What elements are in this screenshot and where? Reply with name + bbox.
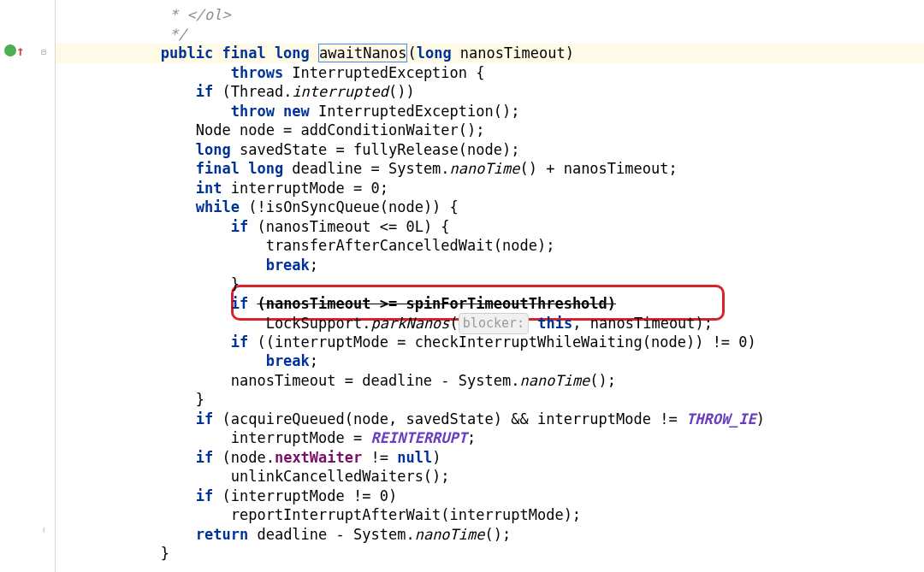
kw: throws — [231, 64, 293, 81]
code-line[interactable]: if (nanosTimeout <= 0L) { — [56, 217, 924, 237]
const: REINTERRUPT — [370, 429, 467, 446]
fold-minus-icon[interactable]: ⊟ — [41, 43, 46, 62]
code-line[interactable]: */ — [56, 25, 924, 44]
code-line[interactable]: Node node = addConditionWaiter(); — [56, 121, 924, 140]
code-line[interactable]: interruptMode = REINTERRUPT; — [56, 428, 924, 448]
code-line[interactable]: if (interruptMode != 0) — [56, 486, 924, 506]
code-line[interactable]: reportInterruptAfterWait(interruptMode); — [56, 505, 924, 525]
txt: ; — [310, 352, 318, 369]
kw: this — [537, 315, 572, 332]
txt: deadline - System. — [257, 526, 414, 543]
txt: } — [161, 545, 169, 562]
txt: ) — [756, 410, 765, 428]
txt: interruptMode = — [231, 429, 371, 446]
code-area[interactable]: * </ol> */ public final long awaitNanos(… — [56, 0, 924, 572]
code-line[interactable]: if (acquireQueued(node, savedState) && i… — [56, 410, 924, 429]
txt: } — [231, 275, 240, 292]
code-line[interactable]: if (node.nextWaiter != null) — [56, 448, 924, 468]
txt-ital: nanoTime — [450, 160, 520, 177]
kw: while — [196, 198, 248, 215]
code-line[interactable]: nanosTimeout = deadline - System.nanoTim… — [56, 371, 924, 391]
code-line[interactable]: unlinkCancelledWaiters(); — [56, 467, 924, 486]
txt: ( — [450, 315, 459, 332]
txt: savedState = fullyRelease(node); — [240, 141, 520, 158]
txt: (); — [589, 372, 616, 389]
txt: ()) — [388, 83, 415, 100]
txt: LockSupport. — [266, 315, 371, 332]
parameter-hint: blocker: — [459, 313, 529, 334]
code-line[interactable]: break; — [56, 351, 924, 371]
code-line-current[interactable]: public final long awaitNanos(long nanosT… — [56, 44, 924, 63]
txt: (acquireQueued(node, savedState) && inte… — [222, 410, 685, 428]
kw: public final long — [161, 44, 318, 62]
txt-ital: nanoTime — [519, 372, 589, 389]
const: THROW_IE — [686, 410, 756, 428]
kw: break — [266, 257, 310, 274]
txt: (nanosTimeout <= 0L) { — [257, 218, 449, 235]
breakpoint-marker[interactable] — [4, 44, 16, 56]
txt-ital: nanoTime — [415, 526, 485, 543]
comment-text: */ — [161, 26, 187, 43]
code-editor[interactable]: ↑ ⊟ ╵ * </ol> */ public final long await… — [0, 0, 924, 572]
fold-end-icon[interactable]: ╵ — [41, 523, 46, 543]
kw: if — [231, 218, 258, 235]
kw: final long — [196, 160, 293, 177]
txt-ital: interrupted — [292, 83, 388, 100]
code-line[interactable]: throws InterruptedException { — [56, 63, 924, 83]
txt: (); — [485, 526, 512, 543]
code-line[interactable]: return deadline - System.nanoTime(); — [56, 525, 924, 545]
txt: interruptMode = 0; — [231, 180, 388, 197]
kw: if — [196, 487, 222, 504]
code-line[interactable]: if (Thread.interrupted()) — [56, 82, 924, 102]
txt-ital: parkNanos — [370, 315, 449, 332]
code-line[interactable]: } — [56, 390, 924, 410]
txt: , nanosTimeout); — [572, 315, 713, 332]
breakpoint-gutter[interactable]: ↑ — [0, 0, 21, 572]
kw: long — [196, 141, 240, 158]
code-line[interactable]: break; — [56, 256, 924, 275]
txt: ( — [407, 44, 416, 62]
kw: break — [266, 352, 310, 369]
comment-text: * </ol> — [161, 6, 231, 23]
txt: } — [196, 391, 204, 408]
txt: deadline = System. — [292, 160, 449, 177]
fold-gutter[interactable]: ⊟ ╵ — [21, 0, 56, 572]
method-name: awaitNanos — [319, 44, 406, 62]
kw: int — [196, 180, 231, 197]
code-line[interactable]: final long deadline = System.nanoTime() … — [56, 159, 924, 179]
code-line[interactable]: LockSupport.parkNanos(blocker: this, nan… — [56, 313, 924, 333]
code-line[interactable]: throw new InterruptedException(); — [56, 102, 924, 121]
txt: != — [362, 449, 397, 466]
kw: null — [397, 449, 432, 466]
txt: reportInterruptAfterWait(interruptMode); — [231, 506, 581, 523]
code-line[interactable]: if ((interruptMode = checkInterruptWhile… — [56, 333, 924, 352]
kw: if — [196, 410, 222, 428]
code-line[interactable]: } — [56, 544, 924, 563]
kw: if — [231, 333, 258, 351]
txt: nanosTimeout) — [460, 44, 574, 62]
code-line[interactable]: * </ol> — [56, 5, 924, 25]
txt: (Thread. — [222, 83, 292, 100]
kw: if — [196, 83, 222, 100]
txt: Node node = addConditionWaiter(); — [196, 121, 485, 139]
code-line[interactable]: if (nanosTimeout >= spinForTimeoutThresh… — [56, 294, 924, 314]
kw: long — [417, 44, 460, 62]
code-line[interactable]: long savedState = fullyRelease(node); — [56, 140, 924, 160]
code-line[interactable]: while (!isOnSyncQueue(node)) { — [56, 198, 924, 217]
kw: if — [231, 295, 258, 312]
code-line[interactable]: int interruptMode = 0; — [56, 179, 924, 198]
kw: return — [196, 526, 258, 543]
txt: transferAfterCancelledWait(node); — [266, 237, 555, 254]
code-line[interactable]: transferAfterCancelledWait(node); — [56, 236, 924, 256]
txt: (interruptMode != 0) — [222, 487, 397, 504]
txt: unlinkCancelledWaiters(); — [231, 468, 450, 485]
code-line[interactable]: } — [56, 274, 924, 294]
txt: (node. — [222, 449, 274, 466]
txt: ) — [432, 449, 441, 466]
txt: nanosTimeout = deadline - System. — [231, 372, 520, 389]
txt: () + nanosTimeout; — [519, 160, 677, 177]
txt: InterruptedException(); — [318, 103, 519, 120]
txt: ((interruptMode = checkInterruptWhileWai… — [257, 333, 755, 351]
txt: ; — [467, 429, 476, 446]
txt: (!isOnSyncQueue(node)) { — [248, 198, 459, 215]
